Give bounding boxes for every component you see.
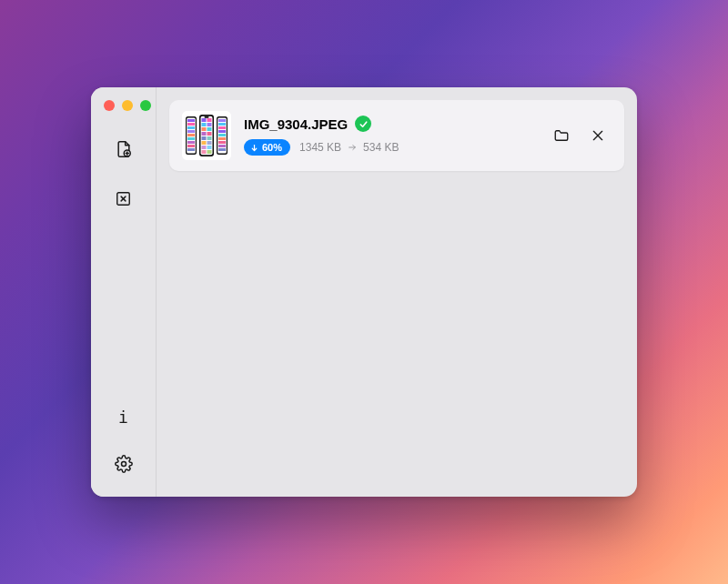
arrow-right-icon [347,143,358,152]
svg-rect-25 [202,127,207,131]
add-file-button[interactable] [109,135,138,164]
svg-rect-42 [218,126,226,129]
sidebar: i [91,87,157,497]
reduction-badge: 60% [244,139,290,156]
check-icon [359,119,369,129]
svg-rect-45 [218,137,226,140]
window-controls [91,100,151,111]
svg-rect-18 [187,148,195,151]
settings-button[interactable] [109,449,138,478]
clear-all-button[interactable] [109,184,138,213]
svg-rect-10 [187,119,195,122]
svg-rect-33 [202,146,207,149]
svg-point-6 [121,462,126,467]
file-name: IMG_9304.JPEG [244,116,348,132]
svg-rect-22 [207,118,212,122]
file-card: IMG_9304.JPEG [169,100,624,171]
app-window: i [91,87,637,497]
svg-rect-43 [218,130,226,133]
file-sizes: 1345 KB 534 KB [299,141,399,154]
reduction-percent: 60% [262,142,282,153]
svg-rect-15 [187,137,195,140]
info-icon: i [118,408,128,427]
svg-rect-23 [202,123,207,126]
svg-rect-26 [207,127,212,131]
svg-rect-40 [218,119,226,122]
svg-rect-30 [207,136,212,140]
file-actions [548,122,612,149]
svg-rect-34 [207,146,212,149]
svg-rect-29 [202,136,207,140]
svg-rect-24 [207,123,212,126]
svg-rect-16 [187,141,195,144]
close-window-button[interactable] [104,100,115,111]
reveal-in-finder-button[interactable] [548,122,575,149]
success-badge [355,116,371,132]
svg-rect-11 [187,123,195,126]
svg-rect-31 [202,141,207,145]
svg-rect-46 [218,141,226,144]
gear-icon [115,455,133,473]
file-thumbnail [182,111,231,160]
fullscreen-window-button[interactable] [140,100,151,111]
svg-rect-28 [207,132,212,136]
svg-rect-41 [218,123,226,126]
svg-rect-44 [218,134,226,136]
svg-rect-48 [218,148,226,151]
svg-rect-35 [202,150,207,154]
svg-rect-17 [187,145,195,147]
clear-icon [115,190,132,207]
svg-rect-12 [187,126,195,129]
remove-file-button[interactable] [584,122,612,149]
svg-rect-27 [202,132,207,136]
file-info: IMG_9304.JPEG [244,116,535,156]
svg-rect-13 [187,130,195,133]
svg-rect-36 [207,150,212,154]
svg-rect-47 [218,145,226,147]
svg-rect-14 [187,134,195,136]
info-button[interactable]: i [109,402,138,431]
content-area: IMG_9304.JPEG [157,87,637,497]
close-icon [591,128,605,143]
original-size: 1345 KB [299,141,341,154]
compressed-size: 534 KB [363,141,399,154]
svg-rect-37 [205,116,209,118]
svg-rect-32 [207,141,212,145]
folder-icon [553,127,570,144]
add-file-icon [115,140,133,158]
arrow-down-icon [250,144,258,152]
minimize-window-button[interactable] [122,100,133,111]
svg-rect-21 [202,118,207,122]
